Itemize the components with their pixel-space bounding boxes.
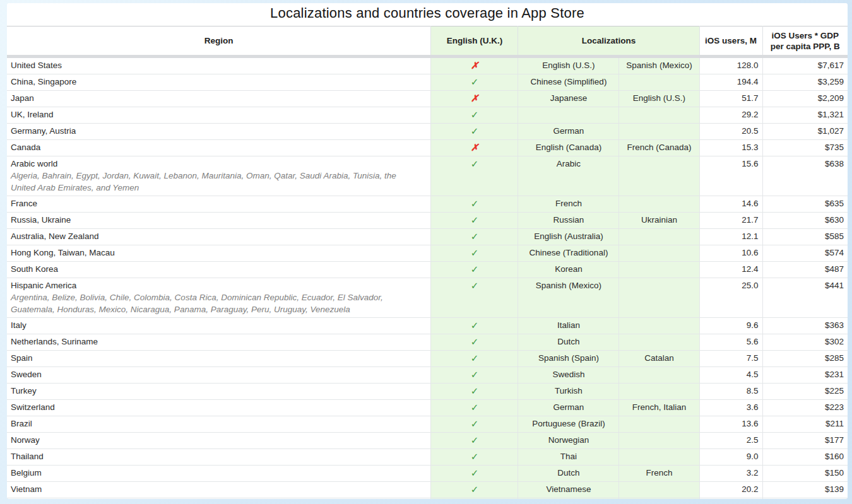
table-row: Belgium✓DutchFrench3.2$150 [7,466,848,482]
table-row: UK, Ireland✓29.2$1,321 [7,107,848,124]
region-cell: Thailand [7,449,431,466]
english-uk-cell: ✓ [431,449,518,466]
check-icon: ✓ [471,280,479,291]
region-name: China, Singapore [11,76,427,88]
region-name: Hong Kong, Taiwan, Macau [11,247,427,259]
localization-2-cell [619,74,699,91]
english-uk-cell: ✗ [431,91,518,107]
localization-2-cell: French, Italian [619,400,699,416]
localization-2-cell [619,107,699,124]
localization-1-cell: Italian [518,318,619,334]
ios-users-cell: 9.6 [699,318,762,334]
check-icon: ✓ [471,214,479,225]
ios-users-cell: 20.2 [699,482,762,498]
region-name: Brazil [11,418,427,430]
localization-2-cell [619,482,699,498]
ios-users-cell: 15.3 [699,140,762,156]
english-uk-cell: ✓ [431,229,518,245]
region-cell: Arabic worldAlgeria, Bahrain, Egypt, Jor… [7,156,431,196]
english-uk-cell: ✓ [431,107,518,124]
localization-2-cell [619,433,699,449]
localization-2-cell: Catalan [619,351,699,367]
ios-users-cell: 14.6 [699,196,762,213]
region-cell: Australia, New Zealand [7,229,431,245]
region-country-list: Algeria, Bahrain, Egypt, Jordan, Kuwait,… [11,170,427,194]
check-icon: ✓ [471,451,479,462]
check-icon: ✓ [471,369,479,380]
region-name: Belgium [11,467,427,479]
english-uk-cell: ✓ [431,384,518,400]
english-uk-cell: ✓ [431,498,518,500]
gdp-cell: $363 [762,318,848,334]
col-header-gdp: iOS Users * GDP per capita PPP, B [762,26,848,57]
check-icon: ✓ [471,336,479,347]
col-header-region: Region [7,26,431,57]
region-name: Switzerland [11,402,427,413]
english-uk-cell: ✓ [431,416,518,433]
gdp-cell: $302 [762,334,848,351]
localization-2-cell [619,124,699,140]
region-name: France [11,198,427,209]
localization-2-cell [619,334,699,351]
table-row: South Korea✓Korean12.4$487 [7,262,848,278]
region-name: Australia, New Zealand [11,231,427,242]
localization-1-cell: Russian [518,213,619,229]
ios-users-cell: 2.5 [699,433,762,449]
gdp-cell: $223 [762,400,848,416]
localization-1-cell: Japanese [518,91,619,107]
region-cell: Netherlands, Suriname [7,334,431,351]
region-name: Spain [11,353,427,364]
ios-users-cell: 51.7 [699,91,762,107]
region-name: Thailand [11,451,427,462]
english-uk-cell: ✓ [431,334,518,351]
localization-2-cell: French (Canada) [619,140,699,156]
table-row: Germany, Austria✓German20.5$1,027 [7,124,848,140]
localization-1-cell: English (Canada) [518,140,619,156]
region-name: Germany, Austria [11,126,427,137]
region-cell: Japan [7,91,431,107]
localization-1-cell: German [518,400,619,416]
localization-1-cell: English (Australia) [518,229,619,245]
localization-2-cell: French [619,466,699,482]
english-uk-cell: ✓ [431,466,518,482]
table-row: China, Singapore✓Chinese (Simplified)194… [7,74,848,91]
check-icon: ✓ [471,231,479,242]
gdp-cell: $487 [762,262,848,278]
page-title: Localizations and countries coverage in … [7,3,848,26]
english-uk-cell: ✓ [431,156,518,196]
region-name: Hispanic America [11,280,427,291]
localization-2-cell: Spanish (Mexico) [619,57,699,74]
english-uk-cell: ✓ [431,124,518,140]
gdp-cell: $150 [762,466,848,482]
ios-users-cell: 194.4 [699,74,762,91]
localization-1-cell: Swedish [518,367,619,384]
localization-2-cell [619,449,699,466]
table-row: United States✗English (U.S.)Spanish (Mex… [7,57,848,74]
localization-table: Region English (U.K.) Localizations iOS … [7,26,848,499]
localization-1-cell: German [518,124,619,140]
table-row: Russia, Ukraine✓RussianUkrainian21.7$630 [7,213,848,229]
header-row: Region English (U.K.) Localizations iOS … [7,26,848,57]
ios-users-cell: 4.5 [699,367,762,384]
table-row: Norway✓Norwegian2.5$177 [7,433,848,449]
localization-1-cell: Dutch [518,334,619,351]
gdp-cell: $635 [762,196,848,213]
region-name: United States [11,60,427,71]
localization-2-cell [619,156,699,196]
localization-2-cell [619,262,699,278]
region-cell: Russia, Ukraine [7,213,431,229]
ios-users-cell: 2.3 [699,498,762,500]
table-row: Arabic worldAlgeria, Bahrain, Egypt, Jor… [7,156,848,196]
region-name: Vietnam [11,484,427,495]
localization-1-cell: Arabic [518,156,619,196]
region-cell: Spain [7,351,431,367]
region-cell: China, Singapore [7,74,431,91]
table-row: Turkey✓Turkish8.5$225 [7,384,848,400]
localization-1-cell [518,107,619,124]
region-cell: France [7,196,431,213]
check-icon: ✓ [471,109,479,120]
region-cell: Hispanic AmericaArgentina, Belize, Boliv… [7,278,431,318]
localization-1-cell: Spanish (Spain) [518,351,619,367]
region-name: Japan [11,93,427,104]
gdp-cell: $585 [762,229,848,245]
